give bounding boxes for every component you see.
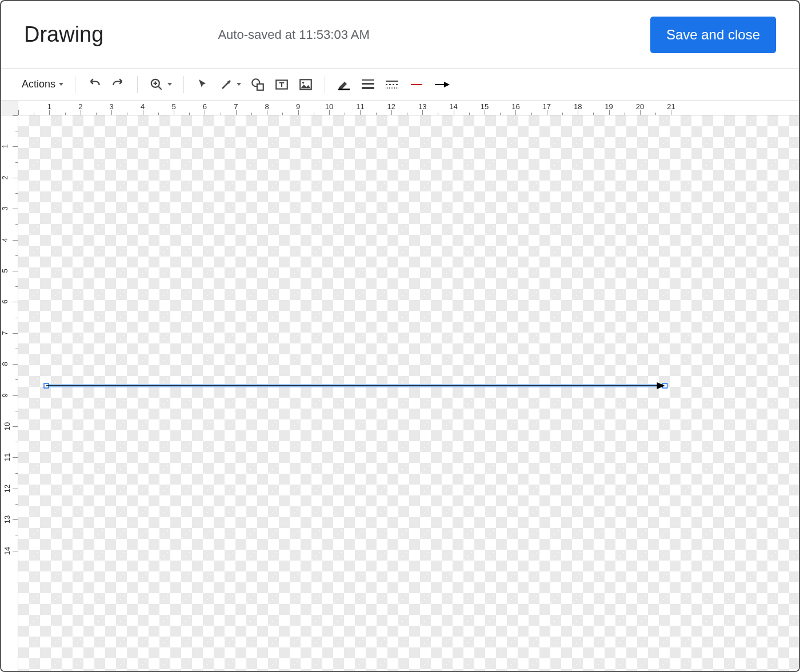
toolbar-separator [137,76,138,93]
svg-rect-2 [257,83,263,90]
zoom-button[interactable] [146,74,175,95]
image-tool-button[interactable] [295,74,317,95]
caret-down-icon [237,83,241,86]
actions-menu-button[interactable]: Actions [18,74,67,95]
line-start-icon [409,81,425,88]
drawing-canvas[interactable] [18,115,799,672]
zoom-icon [149,77,164,92]
pencil-icon [337,79,351,90]
undo-button[interactable] [83,74,105,95]
line-weight-button[interactable] [357,74,379,95]
horizontal-ruler: 123456789101112131415161718192021 [18,101,799,115]
toolbar-separator [325,76,325,93]
line-start-button[interactable] [405,74,428,95]
dialog-header: Drawing Auto-saved at 11:53:03 AM Save a… [1,1,799,69]
autosave-status: Auto-saved at 11:53:03 AM [218,27,369,42]
line-color-button[interactable] [333,74,355,95]
shape-tool-button[interactable] [247,74,269,95]
svg-rect-6 [338,89,350,90]
toolbar-separator [183,76,184,93]
redo-button[interactable] [107,74,129,95]
toolbar-separator [75,76,75,93]
line-dash-button[interactable] [381,74,403,95]
line-tool-button[interactable] [216,74,245,95]
dialog-title: Drawing [24,22,103,47]
line-icon [219,78,233,91]
line-weight-icon [362,79,374,89]
shape-icon [250,77,265,92]
vertical-ruler: 1234567891011121314 [1,115,18,672]
actions-label: Actions [22,78,55,90]
select-tool-button[interactable] [192,74,214,95]
redo-icon [111,77,126,92]
line-end-button[interactable] [430,74,454,95]
image-icon [298,77,313,92]
workspace: 123456789101112131415161718192021 123456… [1,101,799,672]
caret-down-icon [59,83,63,86]
save-and-close-button[interactable]: Save and close [650,17,776,53]
line-end-arrow-icon [434,81,451,89]
ruler-corner [1,101,18,115]
undo-icon [87,77,102,92]
textbox-tool-button[interactable] [271,74,293,95]
textbox-icon [274,77,289,92]
line-dash-icon [386,81,398,89]
caret-down-icon [167,83,172,86]
toolbar: Actions [1,69,799,101]
arrow-line-shape[interactable] [42,381,670,390]
svg-point-5 [302,82,304,83]
cursor-icon [196,78,210,91]
